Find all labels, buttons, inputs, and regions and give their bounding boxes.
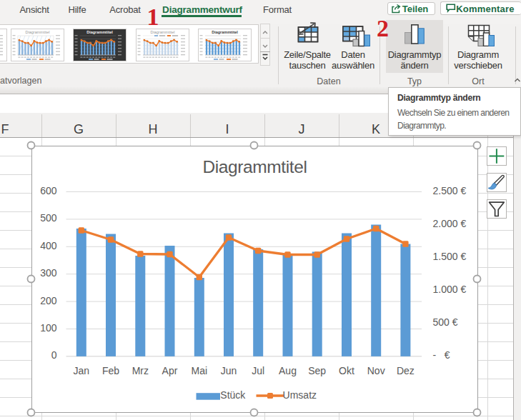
svg-text:500: 500 xyxy=(40,212,57,224)
svg-text:Nov: Nov xyxy=(367,364,384,376)
svg-text:Jun: Jun xyxy=(220,364,237,376)
svg-text:Aug: Aug xyxy=(279,364,297,376)
svg-text:200: 200 xyxy=(40,294,57,306)
svg-text:Stück: Stück xyxy=(220,389,246,400)
svg-text:2.500 €: 2.500 € xyxy=(432,185,466,196)
svg-text:Diagrammtitel: Diagrammtitel xyxy=(86,30,113,34)
svg-text:1.500 €: 1.500 € xyxy=(432,251,466,262)
svg-text:100: 100 xyxy=(40,322,57,334)
svg-text:Jul: Jul xyxy=(252,364,264,376)
svg-text:Diagrammtitel: Diagrammtitel xyxy=(212,30,239,34)
svg-text:0: 0 xyxy=(51,349,56,361)
svg-text:- €: - € xyxy=(432,349,450,361)
svg-text:Diagrammtitel: Diagrammtitel xyxy=(25,30,49,34)
svg-text:1.000 €: 1.000 € xyxy=(432,284,466,295)
svg-text:Apr: Apr xyxy=(162,364,177,376)
svg-text:500 €: 500 € xyxy=(432,316,457,328)
svg-text:Mai: Mai xyxy=(191,364,207,376)
svg-text:400: 400 xyxy=(40,239,57,251)
svg-text:Mrz: Mrz xyxy=(132,364,148,376)
svg-text:Sep: Sep xyxy=(308,364,326,376)
svg-text:300: 300 xyxy=(40,267,57,279)
svg-text:600: 600 xyxy=(40,185,57,196)
svg-text:2.000 €: 2.000 € xyxy=(432,218,466,229)
svg-text:Umsatz: Umsatz xyxy=(282,389,316,400)
svg-text:Jan: Jan xyxy=(73,364,89,376)
svg-text:Dez: Dez xyxy=(396,364,414,376)
svg-text:Diagrammtitel: Diagrammtitel xyxy=(202,156,307,176)
svg-text:Feb: Feb xyxy=(101,364,119,376)
svg-text:Okt: Okt xyxy=(339,364,354,376)
